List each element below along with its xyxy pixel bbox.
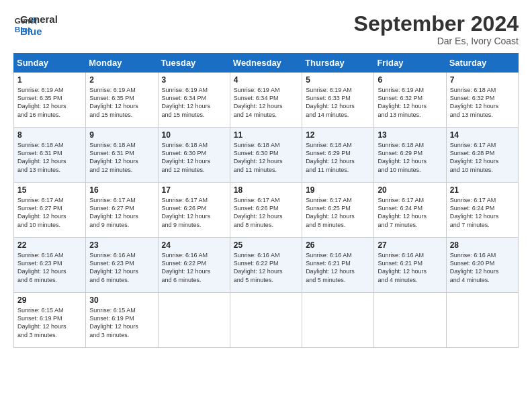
day-cell-empty — [302, 293, 374, 348]
day-cell-4: 4Sunrise: 6:19 AM Sunset: 6:34 PM Daylig… — [230, 73, 302, 128]
day-cell-empty — [230, 293, 302, 348]
week-row-4: 22Sunrise: 6:16 AM Sunset: 6:23 PM Dayli… — [14, 238, 519, 293]
day-info: Sunrise: 6:16 AM Sunset: 6:23 PM Dayligh… — [89, 251, 154, 284]
day-info: Sunrise: 6:16 AM Sunset: 6:22 PM Dayligh… — [162, 251, 226, 284]
header-cell-sunday: Sunday — [14, 54, 86, 73]
day-cell-25: 25Sunrise: 6:16 AM Sunset: 6:22 PM Dayli… — [230, 238, 302, 293]
logo: General Blue General Blue — [13, 12, 58, 38]
day-number: 29 — [17, 295, 82, 305]
day-info: Sunrise: 6:18 AM Sunset: 6:30 PM Dayligh… — [162, 141, 226, 174]
day-cell-5: 5Sunrise: 6:19 AM Sunset: 6:33 PM Daylig… — [302, 73, 374, 128]
day-cell-2: 2Sunrise: 6:19 AM Sunset: 6:35 PM Daylig… — [86, 73, 158, 128]
day-number: 28 — [450, 240, 515, 250]
day-number: 5 — [306, 75, 370, 85]
day-number: 6 — [378, 75, 442, 85]
day-info: Sunrise: 6:17 AM Sunset: 6:25 PM Dayligh… — [306, 196, 370, 229]
header-cell-friday: Friday — [374, 54, 446, 73]
day-cell-10: 10Sunrise: 6:18 AM Sunset: 6:30 PM Dayli… — [158, 128, 230, 183]
week-row-2: 8Sunrise: 6:18 AM Sunset: 6:31 PM Daylig… — [14, 128, 519, 183]
day-cell-16: 16Sunrise: 6:17 AM Sunset: 6:27 PM Dayli… — [86, 183, 158, 238]
day-cell-13: 13Sunrise: 6:18 AM Sunset: 6:29 PM Dayli… — [374, 128, 446, 183]
day-cell-15: 15Sunrise: 6:17 AM Sunset: 6:27 PM Dayli… — [14, 183, 86, 238]
day-info: Sunrise: 6:17 AM Sunset: 6:27 PM Dayligh… — [89, 196, 154, 229]
day-number: 1 — [17, 75, 82, 85]
day-cell-6: 6Sunrise: 6:19 AM Sunset: 6:32 PM Daylig… — [374, 73, 446, 128]
day-number: 2 — [89, 75, 154, 85]
header: General Blue General Blue September 2024… — [13, 12, 519, 46]
day-number: 14 — [450, 130, 515, 140]
day-info: Sunrise: 6:18 AM Sunset: 6:32 PM Dayligh… — [450, 86, 515, 119]
day-info: Sunrise: 6:17 AM Sunset: 6:27 PM Dayligh… — [17, 196, 82, 229]
week-row-5: 29Sunrise: 6:15 AM Sunset: 6:19 PM Dayli… — [14, 293, 519, 348]
day-cell-7: 7Sunrise: 6:18 AM Sunset: 6:32 PM Daylig… — [446, 73, 518, 128]
day-number: 8 — [17, 130, 82, 140]
day-number: 21 — [450, 185, 515, 195]
day-number: 26 — [306, 240, 370, 250]
day-number: 25 — [234, 240, 298, 250]
day-cell-30: 30Sunrise: 6:15 AM Sunset: 6:19 PM Dayli… — [86, 293, 158, 348]
day-cell-8: 8Sunrise: 6:18 AM Sunset: 6:31 PM Daylig… — [14, 128, 86, 183]
day-info: Sunrise: 6:17 AM Sunset: 6:26 PM Dayligh… — [162, 196, 226, 229]
day-info: Sunrise: 6:17 AM Sunset: 6:26 PM Dayligh… — [234, 196, 298, 229]
calendar-body: 1Sunrise: 6:19 AM Sunset: 6:35 PM Daylig… — [14, 73, 519, 348]
day-info: Sunrise: 6:19 AM Sunset: 6:34 PM Dayligh… — [162, 86, 226, 119]
day-cell-17: 17Sunrise: 6:17 AM Sunset: 6:26 PM Dayli… — [158, 183, 230, 238]
day-info: Sunrise: 6:19 AM Sunset: 6:34 PM Dayligh… — [234, 86, 298, 119]
day-info: Sunrise: 6:19 AM Sunset: 6:33 PM Dayligh… — [306, 86, 370, 119]
day-number: 13 — [378, 130, 442, 140]
header-cell-wednesday: Wednesday — [230, 54, 302, 73]
day-info: Sunrise: 6:15 AM Sunset: 6:19 PM Dayligh… — [89, 306, 154, 339]
month-title: September 2024 — [354, 12, 519, 36]
day-number: 11 — [234, 130, 298, 140]
day-number: 22 — [17, 240, 82, 250]
day-number: 19 — [306, 185, 370, 195]
day-number: 20 — [378, 185, 442, 195]
day-cell-empty — [374, 293, 446, 348]
day-number: 4 — [234, 75, 298, 85]
day-info: Sunrise: 6:16 AM Sunset: 6:22 PM Dayligh… — [234, 251, 298, 284]
day-info: Sunrise: 6:19 AM Sunset: 6:32 PM Dayligh… — [378, 86, 442, 119]
day-cell-21: 21Sunrise: 6:17 AM Sunset: 6:24 PM Dayli… — [446, 183, 518, 238]
day-cell-14: 14Sunrise: 6:17 AM Sunset: 6:28 PM Dayli… — [446, 128, 518, 183]
day-info: Sunrise: 6:17 AM Sunset: 6:24 PM Dayligh… — [378, 196, 442, 229]
week-row-1: 1Sunrise: 6:19 AM Sunset: 6:35 PM Daylig… — [14, 73, 519, 128]
day-info: Sunrise: 6:18 AM Sunset: 6:31 PM Dayligh… — [17, 141, 82, 174]
day-cell-9: 9Sunrise: 6:18 AM Sunset: 6:31 PM Daylig… — [86, 128, 158, 183]
day-number: 9 — [89, 130, 154, 140]
day-number: 17 — [162, 185, 226, 195]
day-cell-empty — [158, 293, 230, 348]
header-row: SundayMondayTuesdayWednesdayThursdayFrid… — [14, 54, 519, 73]
day-number: 27 — [378, 240, 442, 250]
day-cell-23: 23Sunrise: 6:16 AM Sunset: 6:23 PM Dayli… — [86, 238, 158, 293]
day-cell-3: 3Sunrise: 6:19 AM Sunset: 6:34 PM Daylig… — [158, 73, 230, 128]
day-info: Sunrise: 6:18 AM Sunset: 6:31 PM Dayligh… — [89, 141, 154, 174]
logo-line1: General — [20, 13, 58, 26]
day-info: Sunrise: 6:16 AM Sunset: 6:20 PM Dayligh… — [450, 251, 515, 284]
day-info: Sunrise: 6:15 AM Sunset: 6:19 PM Dayligh… — [17, 306, 82, 339]
header-cell-tuesday: Tuesday — [158, 54, 230, 73]
header-cell-thursday: Thursday — [302, 54, 374, 73]
day-number: 23 — [89, 240, 154, 250]
header-cell-saturday: Saturday — [446, 54, 518, 73]
day-cell-11: 11Sunrise: 6:18 AM Sunset: 6:30 PM Dayli… — [230, 128, 302, 183]
logo-line2: Blue — [20, 26, 58, 38]
title-block: September 2024 Dar Es, Ivory Coast — [354, 12, 519, 46]
day-cell-empty — [446, 293, 518, 348]
location: Dar Es, Ivory Coast — [354, 36, 519, 46]
day-cell-18: 18Sunrise: 6:17 AM Sunset: 6:26 PM Dayli… — [230, 183, 302, 238]
day-cell-19: 19Sunrise: 6:17 AM Sunset: 6:25 PM Dayli… — [302, 183, 374, 238]
day-cell-22: 22Sunrise: 6:16 AM Sunset: 6:23 PM Dayli… — [14, 238, 86, 293]
day-number: 30 — [89, 295, 154, 305]
day-info: Sunrise: 6:17 AM Sunset: 6:24 PM Dayligh… — [450, 196, 515, 229]
day-info: Sunrise: 6:18 AM Sunset: 6:29 PM Dayligh… — [306, 141, 370, 174]
page: General Blue General Blue September 2024… — [0, 0, 532, 355]
day-number: 18 — [234, 185, 298, 195]
day-info: Sunrise: 6:16 AM Sunset: 6:21 PM Dayligh… — [306, 251, 370, 284]
day-cell-24: 24Sunrise: 6:16 AM Sunset: 6:22 PM Dayli… — [158, 238, 230, 293]
day-cell-28: 28Sunrise: 6:16 AM Sunset: 6:20 PM Dayli… — [446, 238, 518, 293]
day-info: Sunrise: 6:16 AM Sunset: 6:21 PM Dayligh… — [378, 251, 442, 284]
day-info: Sunrise: 6:19 AM Sunset: 6:35 PM Dayligh… — [89, 86, 154, 119]
day-info: Sunrise: 6:16 AM Sunset: 6:23 PM Dayligh… — [17, 251, 82, 284]
day-number: 10 — [162, 130, 226, 140]
day-cell-26: 26Sunrise: 6:16 AM Sunset: 6:21 PM Dayli… — [302, 238, 374, 293]
